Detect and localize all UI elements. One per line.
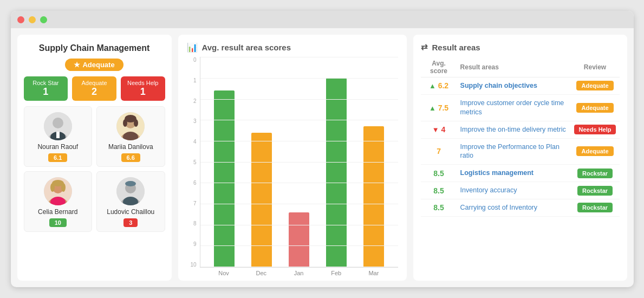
needshelp-label: Needs Help [123, 80, 163, 86]
bar-group-4 [361, 57, 387, 267]
result-name-5[interactable]: Inventory accuracy [457, 182, 571, 199]
result-row-2: ▼ 4Improve the on-time delivery metricNe… [421, 121, 620, 138]
arrow-up-icon: ▲ [429, 104, 436, 112]
star-icon: ★ [74, 61, 80, 69]
result-review-5: Rockstar [571, 182, 620, 199]
x-label-2: Jan [285, 270, 312, 276]
person-score-1: 6.6 [121, 153, 140, 162]
rockstar-label: Rock Star [26, 80, 66, 86]
score-value-6: 8.5 [433, 203, 444, 212]
close-button[interactable] [17, 16, 24, 23]
bar-1 [251, 133, 272, 267]
mid-panel: 📊 Avg. result area scores 109876543210 N… [178, 35, 407, 281]
result-areas-title: Result areas [432, 43, 480, 52]
avatar-2 [44, 177, 72, 205]
minimize-button[interactable] [29, 16, 36, 23]
result-score-0: ▲ 6.2 [421, 77, 457, 95]
needshelp-value: 1 [123, 86, 163, 98]
result-row-1: ▲ 7.5Improve customer order cycle time m… [421, 94, 620, 121]
result-name-1[interactable]: Improve customer order cycle time metric… [457, 94, 571, 121]
y-label: 9 [187, 241, 197, 247]
x-label-3: Feb [323, 270, 349, 276]
avatar-3 [116, 177, 145, 205]
bar-group-1 [249, 57, 275, 267]
y-label: 8 [187, 221, 197, 226]
y-label: 2 [187, 98, 197, 104]
score-value-5: 8.5 [433, 186, 444, 195]
review-badge-6: Rockstar [577, 203, 613, 212]
score-value-3: 7 [437, 147, 441, 156]
person-card-0: Nouran Raouf 6.1 [24, 106, 93, 167]
result-score-4: 8.5 [421, 165, 457, 182]
svg-rect-4 [56, 132, 60, 138]
result-name-3[interactable]: Improve the Performance to Plan ratio [457, 138, 571, 165]
result-score-2: ▼ 4 [421, 121, 457, 138]
svg-point-10 [123, 119, 127, 127]
chart-bars [200, 57, 398, 268]
review-badge-0: Adequate [576, 81, 613, 90]
person-name-1: Mariia Danilova [108, 143, 153, 151]
result-row-6: 8.5Carrying cost of InventoryRockstar [421, 199, 620, 217]
person-name-0: Nouran Raouf [37, 143, 78, 151]
person-name-2: Celia Bernard [38, 208, 77, 216]
person-card-3: Ludovic Chaillou 3 [96, 171, 165, 232]
x-labels: NovDecJanFebMar [187, 268, 398, 276]
avatar-svg-0 [44, 112, 72, 140]
result-name-2[interactable]: Improve the on-time delivery metric [457, 121, 571, 138]
person-score-0: 6.1 [48, 153, 67, 162]
svg-point-17 [50, 183, 55, 192]
result-areas-table: Avg. score Result areas Review ▲ 6.2Supp… [421, 57, 620, 217]
result-row-0: ▲ 6.2Supply chain objectivesAdequate [421, 77, 620, 95]
review-badge-3: Adequate [576, 146, 613, 156]
result-review-2: Needs Help [571, 121, 620, 138]
chart-header: 📊 Avg. result area scores [187, 42, 398, 53]
chart-area: 109876543210 NovDecJanFebMar [187, 57, 398, 276]
y-label: 10 [187, 262, 197, 268]
bar-0 [214, 90, 235, 267]
panel-title: Supply Chain Management [39, 43, 149, 53]
avatar-svg-3 [116, 177, 145, 205]
titlebar [11, 11, 634, 28]
svg-point-18 [61, 183, 66, 192]
person-card-1: Mariia Danilova 6.6 [96, 106, 165, 167]
chart-icon: 📊 [187, 42, 198, 53]
result-row-5: 8.5Inventory accuracyRockstar [421, 182, 620, 199]
y-label: 5 [187, 159, 197, 165]
person-score-3: 3 [123, 218, 138, 227]
score-value-2: 4 [441, 125, 446, 134]
arrow-down-icon: ▼ [432, 126, 439, 134]
y-axis: 109876543210 [187, 57, 197, 268]
avatar-0 [44, 112, 72, 140]
result-areas-icon: ⇄ [421, 42, 428, 52]
svg-point-23 [125, 181, 136, 186]
x-label-4: Mar [360, 270, 387, 276]
result-name-0[interactable]: Supply chain objectives [457, 77, 571, 95]
y-label: 4 [187, 139, 197, 145]
result-review-4: Rockstar [571, 165, 620, 182]
chart-title: Avg. result area scores [202, 43, 291, 52]
result-areas-header: ⇄ Result areas [421, 42, 620, 52]
score-value-0: 6.2 [438, 81, 448, 90]
result-name-4[interactable]: Logistics management [457, 165, 571, 182]
rockstar-value: 1 [26, 86, 66, 98]
bar-2 [289, 212, 309, 267]
avatar-svg-2 [44, 177, 72, 205]
dashboard-content: Supply Chain Management ★ Adequate Rock … [11, 28, 634, 287]
svg-point-11 [134, 119, 138, 127]
col-review: Review [571, 57, 620, 77]
needshelp-stat: Needs Help 1 [121, 76, 165, 101]
avatar-1 [116, 112, 145, 140]
right-panel: ⇄ Result areas Avg. score Result areas R… [413, 35, 627, 281]
person-name-3: Ludovic Chaillou [107, 208, 154, 216]
result-name-6[interactable]: Carrying cost of Inventory [457, 199, 571, 217]
maximize-button[interactable] [40, 16, 47, 23]
bar-3 [326, 78, 347, 267]
result-score-6: 8.5 [421, 199, 457, 217]
result-row-4: 8.5Logistics managementRockstar [421, 165, 620, 182]
adequate-label: Adequate [74, 80, 114, 86]
result-review-3: Adequate [571, 138, 620, 165]
arrow-up-icon: ▲ [429, 82, 436, 90]
avatar-svg-1 [116, 112, 145, 140]
col-result-areas: Result areas [457, 57, 571, 77]
bar-group-2 [286, 57, 313, 267]
